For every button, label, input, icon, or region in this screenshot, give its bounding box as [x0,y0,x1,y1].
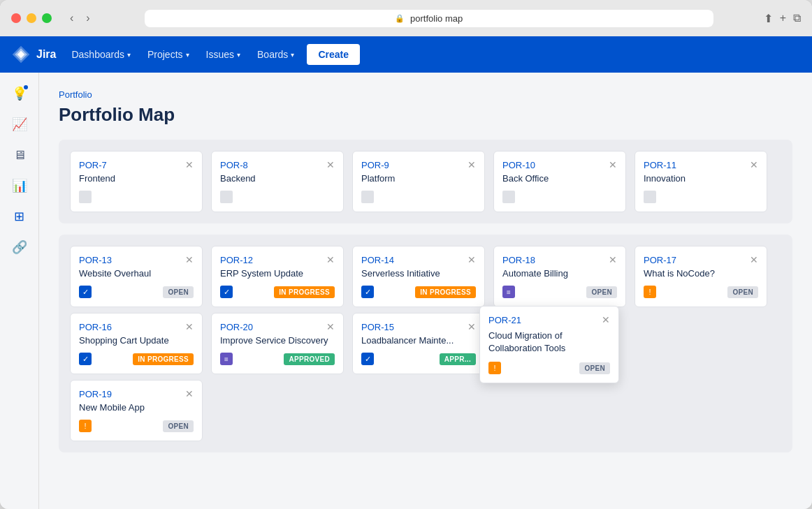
sidebar-icon-monitor[interactable]: 🖥 [7,142,32,168]
sidebar-icon-activity[interactable]: 📈 [7,112,32,137]
breadcrumb[interactable]: Portfolio [59,89,792,100]
url-text: portfolio map [410,13,463,24]
card-id[interactable]: POR-7 [79,160,107,170]
check-icon: ✓ [79,353,92,365]
lock-icon: 🔒 [395,14,405,23]
grid-icon: ⊞ [14,209,24,224]
card-por18: POR-18 ✕ Automate Billing ≡ OPEN [493,246,626,307]
sidebar-icon-link[interactable]: 🔗 [7,235,32,260]
card-id[interactable]: POR-8 [220,160,248,170]
card-id[interactable]: POR-18 [502,255,535,265]
close-icon[interactable]: ✕ [185,255,194,265]
forward-button[interactable]: › [82,10,94,26]
jira-logo[interactable]: Jira [11,45,56,64]
card-por8: POR-8 ✕ Backend [211,151,344,212]
sidebar-icon-lightbulb[interactable]: 💡 [7,81,32,106]
nav-item-dashboards[interactable]: Dashboards ▾ [64,45,138,64]
nav-item-projects[interactable]: Projects ▾ [140,45,196,64]
back-button[interactable]: ‹ [66,10,78,26]
chevron-down-icon: ▾ [186,51,189,59]
maximize-button[interactable] [42,13,52,23]
card-id[interactable]: POR-9 [361,160,389,170]
card-por10: POR-10 ✕ Back Office [493,151,626,212]
card-id[interactable]: POR-12 [220,255,253,265]
card-id[interactable]: POR-10 [502,160,535,170]
close-icon[interactable]: ✕ [185,322,194,332]
close-icon[interactable]: ✕ [326,160,335,170]
check-icon: ✓ [220,286,233,298]
card-por7: POR-7 ✕ Frontend [70,151,203,212]
section-1: POR-7 ✕ Frontend POR-8 ✕ Backend [59,140,792,223]
card-title: Frontend [79,173,194,184]
card-id[interactable]: POR-13 [79,255,112,265]
close-icon[interactable]: ✕ [750,255,758,265]
nav-item-boards[interactable]: Boards ▾ [250,45,301,64]
create-button[interactable]: Create [307,44,360,65]
card-id[interactable]: POR-20 [220,322,253,332]
close-icon[interactable]: ✕ [750,160,758,170]
notification-dot [22,84,29,91]
close-icon[interactable]: ✕ [609,255,617,265]
status-badge: APPR... [440,353,476,365]
titlebar-actions: ⬆ + ⧉ [764,12,801,25]
popup-card-id[interactable]: POR-21 [488,315,521,325]
status-badge: OPEN [727,286,758,298]
card-avatar [502,191,515,203]
card-por19: POR-19 ✕ New Mobile App ! OPEN [70,380,203,441]
sidebar-icon-grid[interactable]: ⊞ [7,204,32,229]
card-id[interactable]: POR-16 [79,322,112,332]
card-title: Platform [361,173,476,184]
nav-item-issues[interactable]: Issues ▾ [199,45,247,64]
chevron-down-icon: ▾ [237,51,240,59]
card-avatar [79,191,92,203]
close-icon[interactable]: ✕ [185,160,194,170]
activity-icon: 📈 [12,117,27,132]
card-id[interactable]: POR-14 [361,255,394,265]
popup-close-icon[interactable]: ✕ [602,315,610,325]
card-title: Back Office [502,173,617,184]
status-badge: IN PROGRESS [274,286,335,298]
card-title: Loadbalancer Mainte... [361,335,476,346]
close-button[interactable] [11,13,21,23]
address-bar[interactable]: 🔒 portfolio map [145,10,713,27]
page-title: Portfolio Map [59,104,792,126]
column-3: POR-14 ✕ Serverless Initiative ✓ IN PROG… [352,246,485,441]
status-badge: OPEN [586,286,617,298]
close-icon[interactable]: ✕ [467,255,476,265]
card-por13: POR-13 ✕ Website Overhaul ✓ OPEN [70,246,203,307]
card-por9: POR-9 ✕ Platform [352,151,485,212]
list-icon: ≡ [220,353,233,365]
close-icon[interactable]: ✕ [326,255,335,265]
minimize-button[interactable] [27,13,36,23]
warning-icon: ! [79,420,92,432]
card-title: Innovation [644,173,758,184]
close-icon[interactable]: ✕ [326,322,335,332]
close-icon[interactable]: ✕ [185,389,194,399]
sidebar-icon-chart[interactable]: 📊 [7,173,32,198]
card-title: Backend [220,173,335,184]
card-avatar [644,191,656,203]
close-icon[interactable]: ✕ [467,322,476,332]
jira-logo-text: Jira [36,48,56,61]
card-id[interactable]: POR-15 [361,322,394,332]
section-2: POR-13 ✕ Website Overhaul ✓ OPEN POR [59,235,792,452]
new-tab-icon[interactable]: + [780,12,786,25]
jira-navbar: Jira Dashboards ▾ Projects ▾ Issues ▾ Bo… [0,36,812,73]
share-icon[interactable]: ⬆ [764,12,773,25]
status-badge: APPROVED [284,353,335,365]
status-badge: IN PROGRESS [415,286,476,298]
card-id[interactable]: POR-17 [644,255,676,265]
close-icon[interactable]: ✕ [609,160,617,170]
card-id[interactable]: POR-11 [644,160,676,170]
section-1-cards: POR-7 ✕ Frontend POR-8 ✕ Backend [70,151,781,212]
tabs-icon[interactable]: ⧉ [793,12,801,25]
card-id[interactable]: POR-19 [79,389,112,399]
close-icon[interactable]: ✕ [467,160,476,170]
link-icon: 🔗 [12,239,27,255]
column-1: POR-13 ✕ Website Overhaul ✓ OPEN POR [70,246,203,441]
card-avatar [361,191,374,203]
warning-icon: ! [644,286,656,298]
popup-status-badge: OPEN [579,362,610,374]
card-title: What is NoCode? [644,268,758,279]
popup-card-title: Cloud Migration of Collaboration Tools [488,330,610,355]
